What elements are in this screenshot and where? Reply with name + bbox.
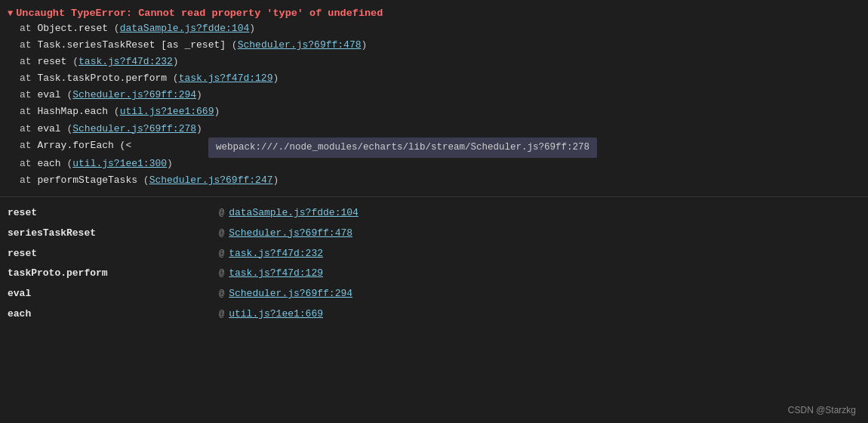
call-stack-link-4[interactable]: Scheduler.js?69ff:294 xyxy=(229,286,352,302)
stack-frame-0: at Object.reset (dataSample.js?fdde:104) xyxy=(20,20,860,37)
error-header: ▼ Uncaught TypeError: Cannot read proper… xyxy=(8,5,860,20)
stack-frame-2: at reset (task.js?f47d:232) xyxy=(20,54,860,70)
call-stack-func-3: taskProto.perform xyxy=(8,266,219,282)
watermark: CSDN @Starzkg xyxy=(788,405,856,415)
collapse-arrow-icon[interactable]: ▼ xyxy=(8,8,13,19)
call-stack-func-5: each xyxy=(8,307,219,323)
error-message: Uncaught TypeError: Cannot read property… xyxy=(16,8,383,19)
stack-trace: at Object.reset (dataSample.js?fdde:104)… xyxy=(8,20,860,189)
stack-frame-1: at Task.seriesTaskReset [as _reset] (Sch… xyxy=(20,37,860,54)
call-stack-link-0[interactable]: dataSample.js?fdde:104 xyxy=(229,205,359,221)
call-stack-link-2[interactable]: task.js?f47d:232 xyxy=(229,246,323,262)
error-section: ▼ Uncaught TypeError: Cannot read proper… xyxy=(0,0,868,193)
stack-frame-4: at eval (Scheduler.js?69ff:294) xyxy=(20,87,860,103)
call-stack-row-1: seriesTaskReset @ Scheduler.js?69ff:478 xyxy=(8,224,860,244)
call-stack-func-2: reset xyxy=(8,246,219,262)
call-stack-func-0: reset xyxy=(8,205,219,221)
stack-link-6[interactable]: Scheduler.js?69ff:278 xyxy=(72,123,196,134)
tooltip-popup: webpack:///./node_modules/echarts/lib/st… xyxy=(208,137,597,158)
call-stack-row-0: reset @ dataSample.js?fdde:104 xyxy=(8,203,860,224)
stack-frame-5: at HashMap.each (util.js?1ee1:669) xyxy=(20,103,860,120)
call-stack-row-5: each @ util.js?1ee1:669 xyxy=(8,304,860,325)
call-stack-func-1: seriesTaskReset xyxy=(8,226,219,242)
call-stack-link-3[interactable]: task.js?f47d:129 xyxy=(229,266,323,282)
stack-frame-9: at performStageTasks (Scheduler.js?69ff:… xyxy=(20,172,860,189)
console-container: ▼ Uncaught TypeError: Cannot read proper… xyxy=(0,0,868,423)
call-stack-link-5[interactable]: util.js?1ee1:669 xyxy=(229,307,323,323)
stack-link-5[interactable]: util.js?1ee1:669 xyxy=(120,106,214,117)
stack-link-2[interactable]: task.js?f47d:232 xyxy=(78,56,173,67)
stack-link-4[interactable]: Scheduler.js?69ff:294 xyxy=(72,89,196,100)
stack-frame-6: at eval (Scheduler.js?69ff:278) xyxy=(20,121,860,137)
call-stack-row-4: eval @ Scheduler.js?69ff:294 xyxy=(8,284,860,304)
call-stack-row-2: reset @ task.js?f47d:232 xyxy=(8,244,860,264)
stack-link-3[interactable]: task.js?f47d:129 xyxy=(179,73,273,84)
call-stack-row-3: taskProto.perform @ task.js?f47d:129 xyxy=(8,264,860,284)
call-stack-func-4: eval xyxy=(8,286,219,302)
stack-link-8[interactable]: util.js?1ee1:300 xyxy=(72,158,167,169)
stack-link-1[interactable]: Scheduler.js?69ff:478 xyxy=(238,39,362,51)
stack-link-9[interactable]: Scheduler.js?69ff:247 xyxy=(149,174,273,186)
stack-link-0[interactable]: dataSample.js?fdde:104 xyxy=(120,23,250,34)
call-stack-link-1[interactable]: Scheduler.js?69ff:478 xyxy=(229,226,352,242)
stack-frame-7: at Array.forEach (< webpack:///./node_mo… xyxy=(20,137,860,154)
call-stack-section: reset @ dataSample.js?fdde:104 seriesTas… xyxy=(0,200,868,328)
section-divider xyxy=(0,196,868,197)
stack-frame-3: at Task.taskProto.perform (task.js?f47d:… xyxy=(20,70,860,87)
